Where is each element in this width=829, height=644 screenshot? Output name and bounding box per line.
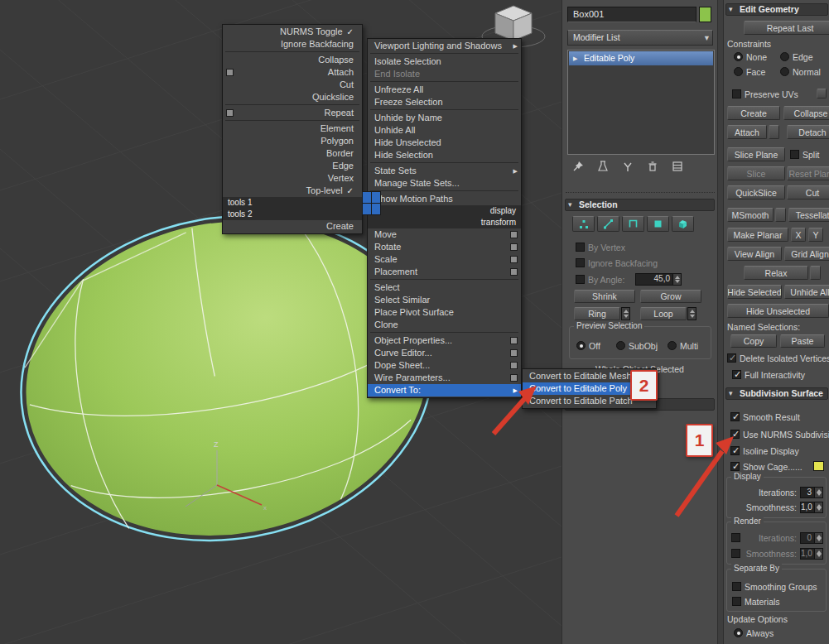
menu-item-unhide-by-name[interactable]: Unhide by Name: [368, 112, 521, 124]
quad-header-transform[interactable]: transform: [368, 217, 521, 228]
loop-button[interactable]: Loop: [640, 307, 687, 320]
grid-align-button[interactable]: Grid Align: [784, 247, 829, 261]
settings-box-icon[interactable]: [510, 231, 518, 238]
menu-item-clone[interactable]: Clone: [368, 319, 521, 331]
object-name-field[interactable]: Box001: [567, 7, 696, 22]
relax-button[interactable]: Relax: [744, 266, 808, 280]
polygon-mode-button[interactable]: [647, 216, 669, 232]
settings-box-icon[interactable]: [510, 243, 518, 251]
menu-item-repeat[interactable]: Repeat: [223, 107, 362, 119]
grow-button[interactable]: Grow: [640, 290, 701, 303]
preserve-uvs-settings-button[interactable]: [817, 89, 827, 99]
menu-item-freeze-selection[interactable]: Freeze Selection: [368, 96, 521, 108]
menu-item-placement[interactable]: Placement: [368, 266, 521, 278]
menu-item-attach[interactable]: Attach: [223, 66, 362, 79]
menu-item-manage-state-sets[interactable]: Manage State Sets...: [368, 177, 521, 190]
quickslice-button[interactable]: QuickSlice: [727, 185, 785, 199]
edit-geometry-rollout-header[interactable]: Edit Geometry: [725, 3, 828, 16]
by-angle-value[interactable]: 45,0: [635, 273, 682, 286]
settings-box-icon[interactable]: [510, 374, 518, 382]
materials-checkbox[interactable]: Materials: [732, 596, 780, 607]
msmooth-settings-button[interactable]: [775, 208, 786, 222]
split-checkbox[interactable]: Split: [790, 149, 819, 160]
menu-item-isolate-selection[interactable]: Isolate Selection: [368, 55, 521, 68]
menu-item-convert-to[interactable]: Convert To:: [368, 384, 521, 396]
create-button[interactable]: Create: [727, 106, 780, 120]
settings-box-icon[interactable]: [510, 268, 518, 276]
menu-item-state-sets[interactable]: State Sets: [368, 165, 521, 177]
menu-item-move[interactable]: Move: [368, 228, 521, 241]
menu-item-top-level[interactable]: Top-level: [223, 185, 362, 197]
copy-button[interactable]: Copy: [730, 334, 777, 348]
constraint-normal-radio[interactable]: Normal: [780, 66, 821, 77]
slice-plane-button[interactable]: Slice Plane: [727, 147, 785, 161]
panel-scrollbar[interactable]: [717, 0, 724, 644]
shrink-button[interactable]: Shrink: [574, 290, 635, 303]
menu-item-edge[interactable]: Edge: [223, 160, 362, 172]
constraint-edge-radio[interactable]: Edge: [780, 51, 813, 62]
pin-stack-icon[interactable]: [569, 159, 587, 174]
cut-button[interactable]: Cut: [787, 185, 829, 199]
menu-item-hide-unselected[interactable]: Hide Unselected: [368, 137, 521, 149]
constraint-none-radio[interactable]: None: [734, 51, 767, 62]
menu-item-ignore-backfacing[interactable]: Ignore Backfacing: [223, 38, 362, 50]
spinner-icon[interactable]: [814, 502, 822, 512]
menu-item-create[interactable]: Create: [223, 220, 362, 233]
quad-menu-center[interactable]: [362, 191, 381, 215]
menu-item-polygon[interactable]: Polygon: [223, 135, 362, 147]
hide-unselected-button[interactable]: Hide Unselected: [727, 304, 829, 318]
update-always-radio[interactable]: Always: [734, 627, 774, 638]
hide-selected-button[interactable]: Hide Selected: [727, 285, 782, 299]
render-iterations-checkbox[interactable]: [731, 532, 740, 543]
settings-box-icon[interactable]: [226, 109, 234, 117]
show-end-result-icon[interactable]: [594, 159, 612, 174]
menu-item-element[interactable]: Element: [223, 123, 362, 135]
menu-item-viewport-lighting[interactable]: Viewport Lighting and Shadows: [368, 40, 521, 52]
delete-isolated-vertices-checkbox[interactable]: Delete Isolated Vertices: [727, 353, 829, 363]
settings-box-icon[interactable]: [510, 337, 518, 344]
preview-subobj-radio[interactable]: SubObj: [616, 340, 658, 351]
spinner-icon[interactable]: [814, 488, 822, 497]
quad-header-display[interactable]: display: [368, 205, 521, 217]
menu-item-place-pivot-surface[interactable]: Place Pivot Surface: [368, 306, 521, 319]
render-smoothness-checkbox[interactable]: [731, 548, 740, 559]
menu-item-scale[interactable]: Scale: [368, 253, 521, 266]
view-align-button[interactable]: View Align: [727, 247, 782, 261]
menu-item-hide-selection[interactable]: Hide Selection: [368, 149, 521, 161]
menu-item-wire-parameters[interactable]: Wire Parameters...: [368, 372, 521, 384]
menu-item-border[interactable]: Border: [223, 147, 362, 160]
settings-box-icon[interactable]: [510, 256, 518, 263]
isoline-display-checkbox[interactable]: Isoline Display: [730, 445, 799, 456]
stack-row-editable-poly[interactable]: Editable Poly: [569, 51, 713, 65]
display-smoothness-field[interactable]: 1,0: [800, 502, 823, 513]
loop-spinner[interactable]: [687, 307, 696, 320]
tessellate-button[interactable]: Tessellate: [788, 208, 829, 222]
make-unique-icon[interactable]: [619, 159, 637, 174]
ignore-backfacing-checkbox[interactable]: Ignore Backfacing: [576, 257, 658, 268]
smoothing-groups-checkbox[interactable]: Smoothing Groups: [732, 581, 817, 592]
subdivision-surface-rollout-header[interactable]: Subdivision Surface: [725, 387, 828, 400]
make-planar-y-button[interactable]: Y: [808, 228, 823, 242]
menu-item-unfreeze-all[interactable]: Unfreeze All: [368, 84, 521, 96]
settings-box-icon[interactable]: [510, 349, 518, 357]
menu-item-cut[interactable]: Cut: [223, 79, 362, 91]
attach-button[interactable]: Attach: [727, 125, 767, 139]
ring-button[interactable]: Ring: [574, 307, 620, 320]
preview-multi-radio[interactable]: Multi: [668, 340, 698, 351]
edge-mode-button[interactable]: [597, 216, 619, 232]
make-planar-x-button[interactable]: X: [791, 228, 806, 242]
smooth-result-checkbox[interactable]: Smooth Result: [730, 411, 800, 422]
menu-item-select[interactable]: Select: [368, 281, 521, 294]
make-planar-button[interactable]: Make Planar: [727, 228, 788, 242]
preserve-uvs-checkbox[interactable]: Preserve UVs: [732, 89, 798, 99]
configure-modifier-sets-icon[interactable]: [668, 159, 687, 174]
menu-item-curve-editor[interactable]: Curve Editor...: [368, 347, 521, 359]
vertex-mode-button[interactable]: [572, 216, 595, 232]
attach-settings-button[interactable]: [769, 125, 779, 139]
msmooth-button[interactable]: MSmooth: [727, 208, 774, 222]
menu-item-nurms-toggle[interactable]: NURMS Toggle: [223, 26, 362, 38]
display-iterations-field[interactable]: 3: [800, 487, 823, 498]
object-color-swatch[interactable]: [699, 7, 711, 22]
menu-item-rotate[interactable]: Rotate: [368, 241, 521, 253]
paste-button[interactable]: Paste: [780, 334, 825, 348]
